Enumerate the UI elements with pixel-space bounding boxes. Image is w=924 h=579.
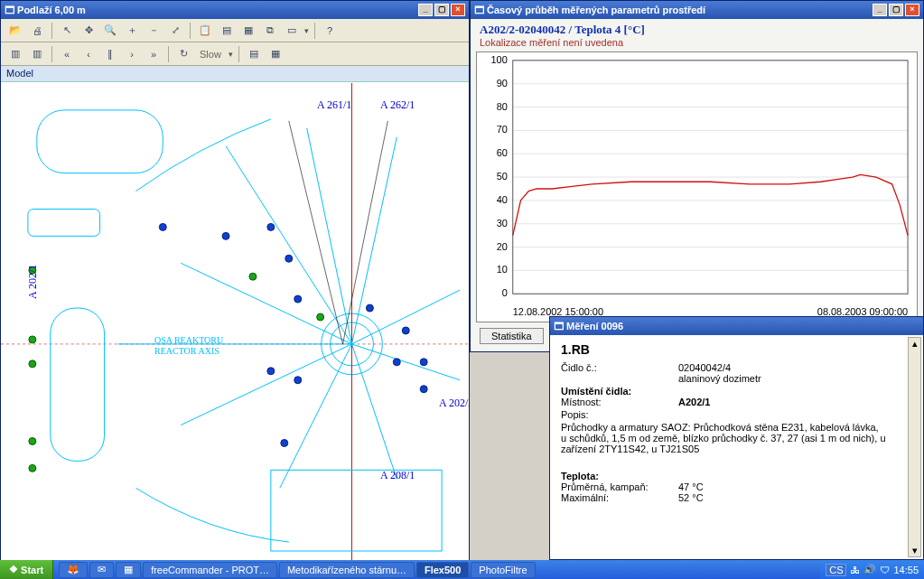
floor-plan-title: Podlaží 6,00 m: [17, 5, 86, 15]
main-toolbar-1: 📂 🖨 ↖ ✥ 🔍 ＋ － ⤢ 📋 ▤ ▦ ⧉ ▭ ▾ ?: [1, 19, 469, 42]
help-icon[interactable]: ?: [321, 22, 339, 40]
prev-icon[interactable]: ‹: [79, 45, 98, 63]
svg-point-22: [29, 464, 36, 472]
taskbar-item-flex500[interactable]: Flex500: [416, 562, 469, 578]
open-icon[interactable]: 📂: [6, 22, 24, 40]
ffwd-icon[interactable]: »: [145, 45, 163, 63]
zoom-fit-icon[interactable]: ⤢: [166, 22, 184, 40]
box-icon[interactable]: ▭: [283, 22, 301, 40]
step-fwd-icon[interactable]: ▥: [28, 45, 46, 63]
quick-launch-2[interactable]: ✉: [89, 562, 114, 578]
svg-rect-15: [51, 308, 105, 461]
svg-text:90: 90: [497, 78, 508, 89]
scroll-down-icon[interactable]: ▾: [912, 545, 918, 556]
location-heading: Umístění čidla:: [561, 386, 631, 397]
report-icon[interactable]: ▦: [266, 45, 285, 63]
statistics-button[interactable]: Statistika: [480, 328, 544, 344]
svg-text:30: 30: [497, 218, 508, 229]
layers-icon[interactable]: ▤: [218, 22, 236, 40]
detail-body: ▴ ▾ 1.RB Čidlo č.: 02040042/4 alaninový …: [550, 335, 923, 559]
grid-icon[interactable]: ▦: [239, 22, 257, 40]
zoom-window-icon[interactable]: 🔍: [101, 22, 119, 40]
svg-line-13: [352, 290, 461, 344]
tray-icon-1[interactable]: 🖧: [850, 565, 860, 575]
system-tray[interactable]: CS 🖧 🔊 🛡 14:55: [820, 560, 924, 579]
next-icon[interactable]: ›: [123, 45, 141, 63]
tree-icon[interactable]: 📋: [196, 22, 214, 40]
svg-line-5: [307, 128, 352, 344]
floor-plan-canvas[interactable]: A 261/1 A 262/1 A 202/1 A 202/2 A 208/1 …: [1, 82, 469, 561]
detail-block-heading: 1.RB: [561, 342, 912, 357]
chart-window: 🗔 Časový průběh měřených parametrů prost…: [470, 0, 924, 352]
list-icon[interactable]: ▤: [245, 45, 263, 63]
sensor-num-label: Čidlo č.:: [561, 362, 678, 373]
svg-point-30: [366, 304, 373, 312]
step-back-icon[interactable]: ▥: [6, 45, 24, 63]
start-button[interactable]: ❖ Start: [0, 560, 53, 579]
taskbar-item-photofiltre[interactable]: PhotoFiltre: [471, 562, 535, 578]
zoom-out-icon[interactable]: －: [145, 22, 163, 40]
start-label: Start: [21, 565, 43, 575]
refresh-icon[interactable]: ↻: [174, 45, 192, 63]
taskbar-item-freecommander[interactable]: freeCommander - PROT…: [143, 562, 277, 578]
svg-point-19: [29, 336, 36, 343]
svg-line-39: [343, 121, 388, 344]
room-label-a262: A 262/1: [380, 100, 415, 109]
svg-text:80: 80: [497, 101, 508, 112]
svg-point-36: [420, 386, 427, 393]
temp-heading: Teplota:: [561, 471, 599, 481]
start-icon: ❖: [9, 564, 18, 575]
quick-launch-3[interactable]: ▦: [116, 562, 141, 578]
quick-launch-1[interactable]: 🦊: [59, 562, 88, 578]
pause-icon[interactable]: ‖: [101, 45, 119, 63]
pointer-icon[interactable]: ↖: [58, 22, 76, 40]
svg-text:60: 60: [497, 147, 508, 158]
svg-point-23: [159, 223, 166, 230]
svg-point-37: [281, 439, 288, 446]
svg-point-28: [294, 295, 302, 303]
chart-subtitle: Lokalizace měření není uvedena: [480, 37, 914, 48]
scroll-up-icon[interactable]: ▴: [912, 338, 918, 350]
svg-rect-14: [37, 110, 163, 173]
minimize-button[interactable]: _: [418, 4, 433, 16]
copy-icon[interactable]: ⧉: [261, 22, 279, 40]
axis-label-cz: OSA REAKTORU: [154, 335, 223, 345]
svg-point-24: [222, 232, 229, 239]
svg-text:70: 70: [497, 124, 508, 135]
sensor-num-value: 02040042/4: [678, 362, 731, 373]
room-label-a2022: A 202/2: [439, 398, 469, 407]
svg-point-20: [29, 360, 36, 368]
svg-text:10: 10: [497, 264, 508, 275]
temp-max-label: Maximální:: [561, 492, 678, 503]
pan-icon[interactable]: ✥: [79, 22, 98, 40]
tray-lang[interactable]: CS: [826, 564, 846, 576]
taskbar-item-word[interactable]: Metodikaŕízeného stárnu…: [279, 562, 415, 578]
desc-text: Průchodky a armatury SAOZ: Průchodková s…: [561, 422, 886, 454]
svg-text:0: 0: [502, 287, 508, 298]
chart-close-button[interactable]: ×: [905, 4, 919, 16]
tray-icon-3[interactable]: 🛡: [880, 565, 890, 575]
floor-plan-titlebar[interactable]: 🗔 Podlaží 6,00 m _ ▢ ×: [1, 1, 469, 19]
print-icon[interactable]: 🖨: [28, 22, 46, 40]
svg-point-26: [285, 255, 293, 262]
rewind-icon[interactable]: «: [58, 45, 76, 63]
svg-point-27: [249, 273, 257, 280]
close-button[interactable]: ×: [451, 4, 465, 16]
chart-plot-area[interactable]: 010203040506070809010012.08.2002 15:00:0…: [476, 51, 918, 322]
svg-point-33: [294, 377, 302, 384]
detail-titlebar[interactable]: 🗔 Měření 0096: [550, 317, 923, 335]
chart-maximize-button[interactable]: ▢: [889, 4, 903, 16]
room-label-a261: A 261/1: [317, 100, 351, 109]
chart-minimize-button[interactable]: _: [873, 4, 887, 16]
maximize-button[interactable]: ▢: [434, 4, 449, 16]
detail-scrollbar[interactable]: ▴ ▾: [908, 337, 921, 557]
svg-point-25: [267, 223, 275, 230]
main-toolbar-2: ▥ ▥ « ‹ ‖ › » ↻ Slow ▾ ▤ ▦: [1, 42, 469, 66]
svg-point-35: [420, 359, 427, 366]
chart-titlebar[interactable]: 🗔 Časový průběh měřených parametrů prost…: [471, 1, 923, 19]
zoom-in-icon[interactable]: ＋: [123, 22, 141, 40]
tray-icon-2[interactable]: 🔊: [863, 564, 876, 575]
desc-label: Popis:: [561, 409, 912, 420]
chart-app-icon: 🗔: [474, 5, 484, 15]
svg-line-12: [352, 344, 461, 380]
